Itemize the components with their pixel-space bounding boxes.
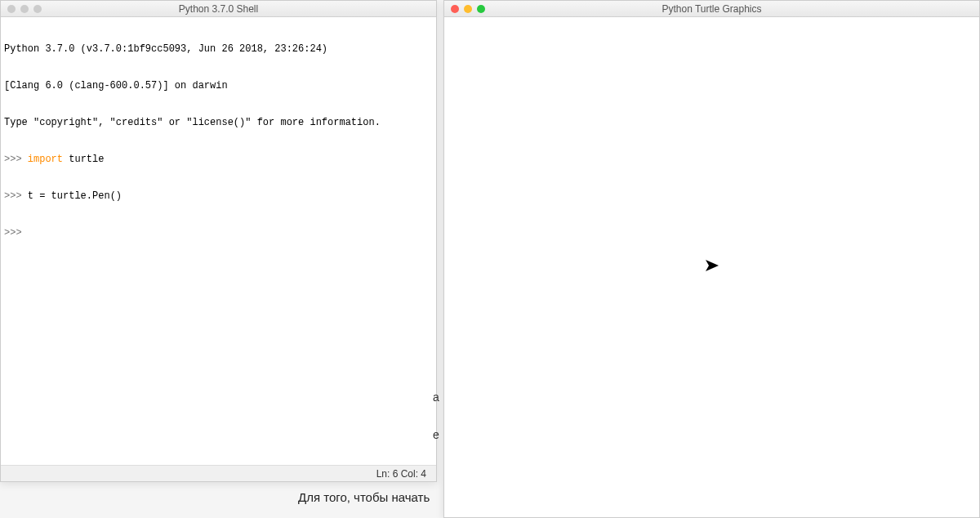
shell-input-line-1: >>> import turtle <box>4 154 433 166</box>
cursor-position: Ln: 6 Col: 4 <box>376 468 426 480</box>
maximize-button-inactive[interactable] <box>33 5 42 13</box>
close-button[interactable] <box>451 5 459 13</box>
prompt-3: >>> <box>4 227 22 239</box>
shell-version-line: Python 3.7.0 (v3.7.0:1bf9cc5093, Jun 26 … <box>4 43 433 56</box>
minimize-button[interactable] <box>464 5 472 13</box>
minimize-button-inactive[interactable] <box>20 5 29 13</box>
shell-help-line: Type "copyright", "credits" or "license(… <box>4 117 433 129</box>
shell-content-area[interactable]: Python 3.7.0 (v3.7.0:1bf9cc5093, Jun 26 … <box>1 17 436 465</box>
pen-assignment: t = turtle.Pen() <box>22 190 122 202</box>
partial-char-e: e <box>433 428 439 441</box>
shell-titlebar[interactable]: Python 3.7.0 Shell <box>1 1 436 17</box>
shell-input-line-3: >>> <box>4 227 433 239</box>
turtle-traffic-lights <box>451 5 485 13</box>
shell-input-line-2: >>> t = turtle.Pen() <box>4 190 433 203</box>
shell-statusbar: Ln: 6 Col: 4 <box>1 465 436 481</box>
turtle-graphics-window: Python Turtle Graphics <box>443 0 980 518</box>
svg-marker-0 <box>706 260 719 271</box>
prompt-2: >>> <box>4 190 22 202</box>
turtle-window-title: Python Turtle Graphics <box>451 3 973 15</box>
shell-compiler-line: [Clang 6.0 (clang-600.0.57)] on darwin <box>4 80 433 92</box>
turtle-canvas[interactable] <box>444 17 979 517</box>
article-text-fragment: Для того, чтобы начать <box>298 490 430 504</box>
partial-char-a: a <box>433 391 439 404</box>
module-turtle: turtle <box>63 154 104 165</box>
maximize-button[interactable] <box>477 5 485 13</box>
turtle-cursor-icon <box>706 260 719 275</box>
prompt-1: >>> <box>4 154 22 165</box>
python-shell-window: Python 3.7.0 Shell Python 3.7.0 (v3.7.0:… <box>0 0 437 482</box>
turtle-titlebar[interactable]: Python Turtle Graphics <box>444 1 979 17</box>
shell-traffic-lights <box>7 5 42 13</box>
import-keyword: import <box>28 154 63 165</box>
close-button-inactive[interactable] <box>7 5 16 13</box>
shell-window-title: Python 3.7.0 Shell <box>7 3 430 15</box>
